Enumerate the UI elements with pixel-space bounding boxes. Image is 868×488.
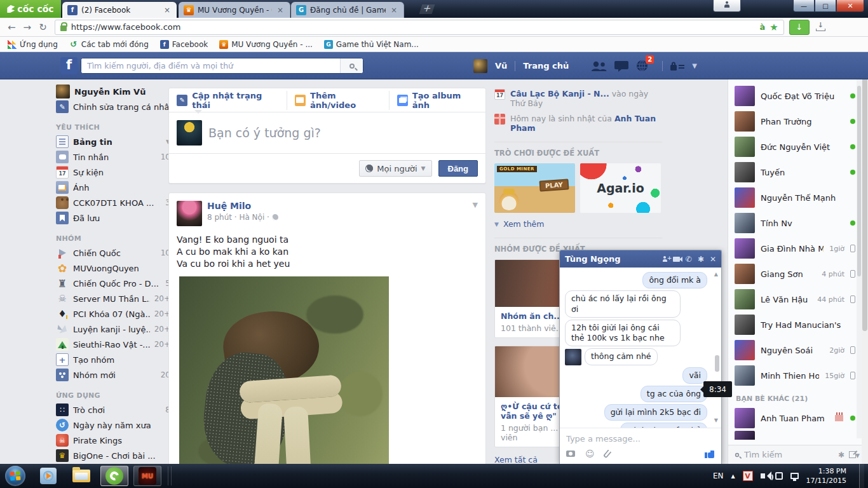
scroll-down-icon[interactable]: ▼ [714,417,718,423]
chat-message-input[interactable] [566,434,715,444]
composer-tab-album[interactable]: Tạo album ảnh [389,91,478,110]
event-invite-row[interactable]: Câu Lạc Bộ Kanji - N... vào ngày Thứ Bảy [494,89,662,108]
page-scrollbar[interactable] [862,53,868,464]
sidebar-profile[interactable]: Nguyễn Kim Vũ [56,84,170,99]
sidebar-item[interactable]: Pirate Kings [56,433,170,448]
contact-row[interactable]: Minh Thien Ho... 15giờ [728,363,862,388]
new-tab-button[interactable]: + [419,4,435,14]
language-indicator[interactable]: EN [713,471,724,480]
contact-row[interactable]: Anh Tuan Pham [728,405,862,431]
search-button[interactable] [340,58,363,73]
like-thumb-icon[interactable] [705,449,715,458]
minimize-button[interactable]: — [793,0,815,12]
close-tab-icon[interactable]: × [390,6,398,15]
contact-row[interactable]: Đức Nguyễn Việt [728,134,862,159]
contacts-scrollbar-thumb[interactable] [857,86,861,276]
start-button[interactable] [5,466,25,486]
chat-messages[interactable]: ông đổi mk à chủ ác nó lấy lại rồi ông ơ… [560,268,721,428]
messages-icon[interactable] [614,60,628,72]
post-menu-caret-icon[interactable]: ▼ [473,201,478,209]
home-link[interactable]: Trang chủ [523,61,569,71]
back-button[interactable]: ← [8,22,16,33]
gear-icon[interactable]: ✱ [838,451,844,459]
contact-row[interactable]: Gia Đình Nhà Mỡ 1giờ [728,236,862,261]
taskbar-media-player[interactable] [34,466,62,486]
tab-game-thu[interactable]: G Đăng chủ đề | Game thủ V × [291,2,404,18]
contact-row[interactable]: Giang Sơn 4 phút [728,261,862,287]
sidebar-item[interactable]: Ảnh [56,180,170,195]
audience-selector[interactable]: Mọi người ▼ [359,160,431,177]
friend-requests-icon[interactable] [590,60,607,72]
bookmark-star-icon[interactable]: ★ [770,22,778,33]
post-author-name[interactable]: Huệ Milo [207,201,278,211]
sidebar-item[interactable]: Trò chơi 8 [56,402,170,417]
network-icon[interactable] [790,473,799,479]
bookmark-item[interactable]: G Game thủ Việt Nam... [324,40,419,49]
emoji-icon[interactable]: ☺ [585,451,595,457]
clock[interactable]: 1:38 PM 17/11/2015 [806,466,851,486]
chat-title[interactable]: Tùng Ngọng [565,254,657,264]
notifications-icon[interactable]: 2 [636,60,648,72]
show-desktop-button[interactable] [859,464,864,488]
bookmark-item[interactable]: f Facebook [160,40,208,49]
see-more-link[interactable]: ▼ Xem thêm [494,219,662,229]
contact-row[interactable]: Lê Văn Hậu 44 phút [728,287,862,312]
sidebar-item[interactable]: PCI Khóa 07 (Ngà... 20+ [56,306,170,322]
sidebar-item[interactable]: Chiến Quốc 10 [56,245,170,261]
tab-mu-vuong-quyen[interactable]: ♛ MU Vương Quyền - Game × [179,2,290,18]
page-scrollbar-thumb[interactable] [862,58,867,331]
hidden-icons-caret[interactable]: ▲ [731,473,735,479]
contact-row[interactable]: Nguyễn Thế Mạnh [728,185,862,210]
sidebar-item[interactable]: Đã lưu [56,210,170,226]
reload-button[interactable]: ↻ [39,22,47,33]
contacts-search-input[interactable] [744,450,834,459]
contact-row[interactable]: Quốc Đạt Võ Triệu [728,83,862,109]
facebook-logo[interactable]: f [60,57,78,74]
post-submit-button[interactable]: Đăng [438,160,478,177]
taskbar-mu-game[interactable]: MU [133,466,161,486]
user-avatar[interactable] [473,59,487,73]
video-call-icon[interactable] [673,257,680,262]
phone-call-icon[interactable]: ✆ [686,255,692,264]
sidebar-item[interactable]: Sieuthi-Rao Vật -... 20+ [56,337,170,352]
sidebar-item[interactable]: Server MU Thần L... 20+ [56,291,170,306]
unikey-icon[interactable]: V [743,471,753,481]
sidebar-item[interactable]: Bảng tin ▼ [56,134,170,149]
profile-link[interactable]: Vũ [495,61,507,71]
post-photo[interactable] [179,276,389,467]
bookmark-item[interactable]: ↺ Các tab mới đóng [69,40,149,49]
sidebar-item[interactable]: Sự kiện [56,165,170,180]
close-tab-icon[interactable]: × [276,6,285,15]
status-input[interactable] [208,120,478,146]
add-person-icon[interactable] [663,256,667,262]
sidebar-item[interactable]: Nhóm mới 20 [56,367,170,383]
contact-row[interactable]: Phan Trường [728,109,862,134]
sidebar-item[interactable]: Ngày này năm xưa [56,417,170,433]
chat-header[interactable]: Tùng Ngọng ✆ ✱ ✕ [560,250,721,268]
power-icon[interactable] [775,472,783,480]
chat-avatar[interactable] [565,349,581,365]
close-window-button[interactable]: ✕ [836,0,864,12]
sidebar-item[interactable]: Chiến Quốc Pro - D... 5 [56,276,170,291]
sidebar-edit-profile[interactable]: ✎ Chỉnh sửa trang cá nhân [56,99,170,114]
coccoc-logo[interactable]: cốc cốc [0,0,61,18]
downloads-tray-icon[interactable] [816,24,825,31]
restore-button[interactable]: □ [815,0,836,12]
search-input[interactable] [81,58,340,73]
https-lock-icon[interactable] [60,25,67,31]
extension-icon[interactable]: à [760,22,766,32]
volume-icon[interactable] [761,473,765,478]
privacy-shortcuts-icon[interactable] [670,61,684,71]
sidebar-item[interactable]: Tin nhắn 10 [56,149,170,165]
contact-row[interactable]: Tính Nv [728,210,862,236]
scroll-down-icon[interactable]: ▼ [855,452,860,459]
account-menu-caret-icon[interactable]: ▼ [692,62,697,69]
close-chat-icon[interactable]: ✕ [710,255,716,264]
attachment-icon[interactable] [602,449,611,458]
browser-profile-button[interactable] [713,0,741,12]
url-text[interactable]: https://www.facebook.com [71,22,756,32]
close-tab-icon[interactable]: × [163,6,172,15]
bookmark-item[interactable]: Ứng dụng [8,40,58,49]
sidebar-item[interactable]: Tạo nhóm [56,352,170,367]
event-link[interactable]: Câu Lạc Bộ Kanji - N... [510,89,609,98]
